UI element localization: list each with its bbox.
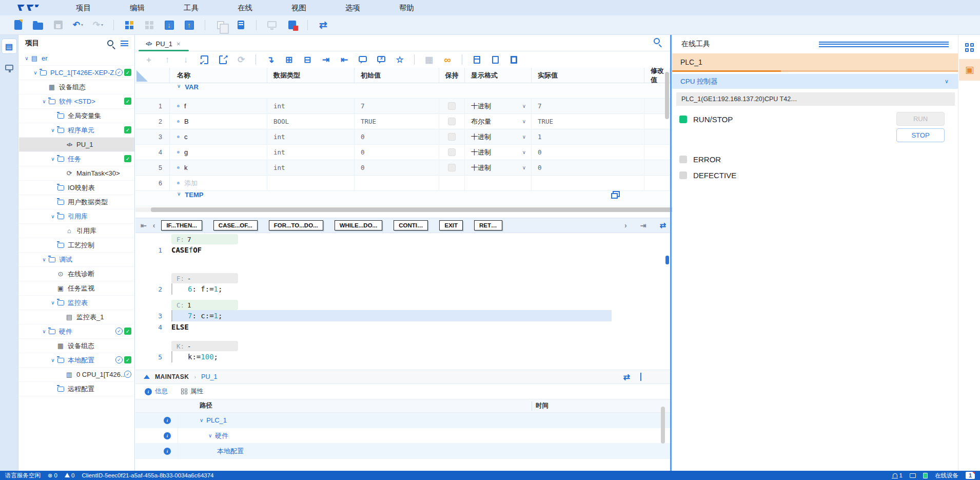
chevron-down-icon[interactable]: ∨ [23, 55, 30, 61]
indent-icon[interactable]: ⇥ [320, 53, 332, 66]
snippet-next-icon[interactable]: › [624, 221, 627, 229]
code-line-5[interactable]: 5k:=100; [135, 351, 670, 362]
monitor-status-icon[interactable] [910, 473, 916, 478]
snippet-button-4[interactable]: CONTI… [394, 220, 428, 231]
tab-pu-1[interactable]: </> PU_1 × [140, 36, 187, 51]
menu-item-6[interactable]: 帮助 [380, 3, 434, 13]
info-row-硬件[interactable]: i∨硬件 [135, 428, 670, 444]
initial-value-cell[interactable]: 7 [355, 99, 439, 113]
modify-value-cell[interactable] [644, 160, 670, 175]
comment-icon[interactable] [357, 53, 369, 66]
tree-item-全局变量集[interactable]: 全局变量集 [19, 109, 134, 123]
online-tools-rail-icon[interactable]: ▣ [959, 59, 980, 81]
tree-item-程序单元[interactable]: ∨程序单元✓ [19, 123, 134, 138]
watch-binoculars-icon[interactable]: ∞ [441, 53, 454, 66]
snippet-button-6[interactable]: RET… [474, 220, 502, 231]
retain-checkbox[interactable] [448, 118, 456, 125]
layout-grid-icon[interactable] [965, 43, 974, 52]
snippet-button-1[interactable]: CASE...OF... [213, 220, 258, 231]
online-tools-filter-icon[interactable] [819, 42, 949, 47]
breadcrumb-task[interactable]: MAINTASK [155, 373, 189, 380]
tree-item-er[interactable]: ∨▤er [19, 51, 134, 66]
notification-counter[interactable]: 1 [893, 472, 903, 478]
new-file-icon[interactable] [11, 18, 25, 32]
tree-item-PLC_1[T426E-XEP-Z…[interactable]: ∨PLC_1[T426E-XEP-Z…✓✓ [19, 66, 134, 80]
refresh-icon[interactable]: ⟳ [235, 53, 247, 66]
export-variables-icon[interactable] [217, 53, 229, 66]
variable-name-cell[interactable]: k [170, 160, 267, 175]
group-row-TEMP[interactable]: ∨TEMP [135, 191, 670, 206]
variable-name-cell[interactable]: g [170, 145, 267, 160]
move-up-icon[interactable]: ↑ [161, 53, 173, 66]
column-header-2[interactable]: 初始值 [355, 68, 439, 83]
chevron-down-icon[interactable]: ∨ [41, 257, 48, 262]
tree-item-监控表[interactable]: ∨监控表 [19, 296, 134, 310]
group-row-VAR[interactable]: ∨VAR [135, 83, 670, 99]
datatype-cell[interactable]: int [267, 129, 355, 144]
info-row-PLC_1[interactable]: i∨PLC_1 [135, 413, 670, 428]
outdent-icon[interactable]: ⇤ [338, 53, 350, 66]
device-status-icon[interactable] [923, 473, 928, 478]
column-header-3[interactable]: 保持 [439, 68, 465, 83]
snippet-last-icon[interactable]: ⇥ [640, 221, 646, 229]
tree-item-设备组态[interactable]: ▦设备组态 [19, 339, 134, 353]
chevron-down-icon[interactable]: ∨ [49, 127, 56, 133]
display-format-cell[interactable]: 十进制∨ [465, 160, 532, 175]
code-line-1[interactable]: 1CASE f OF [135, 244, 670, 256]
variable-row-6[interactable]: 6添加 [135, 176, 670, 191]
chevron-down-icon[interactable]: ∨ [49, 300, 56, 305]
collapse-all-icon[interactable]: ⊟ [301, 53, 313, 66]
run-button[interactable]: RUN [896, 112, 945, 126]
column-header-5[interactable]: 实际值 [532, 68, 644, 83]
tree-item-IO映射表[interactable]: IO映射表 [19, 181, 134, 195]
panel-divider[interactable] [670, 35, 672, 471]
retain-checkbox[interactable] [448, 133, 456, 141]
menu-item-4[interactable]: 视图 [272, 3, 326, 13]
snippet-button-5[interactable]: EXIT [439, 220, 463, 231]
menu-item-0[interactable]: 项目 [56, 3, 110, 13]
display-format-cell[interactable]: 十进制∨ [465, 99, 532, 113]
tree-item-MainTask<30>[interactable]: ⟳MainTask<30> [19, 166, 134, 181]
display-format-cell[interactable]: 布尔量∨ [465, 114, 532, 129]
datatype-cell[interactable]: int [267, 99, 355, 113]
project-filter-icon[interactable] [121, 41, 128, 46]
tree-item-设备组态[interactable]: ▦设备组态 [19, 80, 134, 94]
tab-close-icon[interactable]: × [177, 40, 181, 48]
undo-icon[interactable]: ↶▾ [71, 18, 85, 32]
expand-all-icon[interactable]: ⊞ [283, 53, 295, 66]
code-line-3[interactable]: 37: c:=1; [135, 310, 670, 321]
tree-item-监控表_1[interactable]: ▤监控表_1 [19, 310, 134, 324]
tree-item-用户数据类型[interactable]: 用户数据类型 [19, 195, 134, 209]
tree-item-引用库[interactable]: ∨引用库 [19, 209, 134, 224]
online-device-icon[interactable] [234, 18, 247, 32]
chevron-down-icon[interactable]: ∨ [41, 99, 48, 104]
variable-name-cell[interactable]: 添加 [170, 176, 267, 190]
table-horizontal-scrollbar[interactable] [135, 207, 670, 212]
tree-item-调试[interactable]: ∨调试 [19, 253, 134, 267]
initial-value-cell[interactable]: 0 [355, 145, 439, 160]
chevron-down-icon[interactable]: ∨ [41, 329, 48, 334]
snippet-button-0[interactable]: IF...THEN... [161, 220, 202, 231]
code-editor[interactable]: F:71CASE f OFF:-26: f:=1;C:137: c:=1;4EL… [135, 233, 670, 370]
menu-item-2[interactable]: 工具 [164, 3, 218, 13]
tree-item-在线诊断[interactable]: ⊙在线诊断 [19, 267, 134, 281]
tree-item-工艺控制[interactable]: 工艺控制 [19, 238, 134, 253]
chevron-down-icon[interactable]: ∨ [522, 119, 526, 124]
cpu-controller-section[interactable]: CPU 控制器 ∨ [672, 74, 958, 89]
add-variable-icon[interactable]: + [143, 53, 155, 66]
project-search-icon[interactable] [107, 40, 113, 46]
tree-item-任务[interactable]: ∨任务✓ [19, 152, 134, 166]
pane-float-icon[interactable] [613, 191, 620, 197]
initial-value-cell[interactable]: 0 [355, 160, 439, 175]
split-horizontal-icon[interactable] [471, 53, 483, 66]
online-device-count-badge[interactable]: 1 [966, 472, 975, 479]
dropdown-arrow-icon[interactable]: ▾ [81, 23, 83, 27]
uncomment-icon[interactable] [375, 53, 387, 66]
retain-checkbox[interactable] [448, 102, 456, 110]
chevron-down-icon[interactable]: ∨ [32, 70, 39, 75]
favorite-icon[interactable]: ☆ [394, 53, 406, 66]
variable-name-cell[interactable]: c [170, 129, 267, 144]
chevron-down-icon[interactable]: ∨ [49, 156, 56, 162]
initial-value-cell[interactable]: TRUE [355, 114, 439, 129]
code-line-4[interactable]: 4ELSE [135, 321, 670, 333]
